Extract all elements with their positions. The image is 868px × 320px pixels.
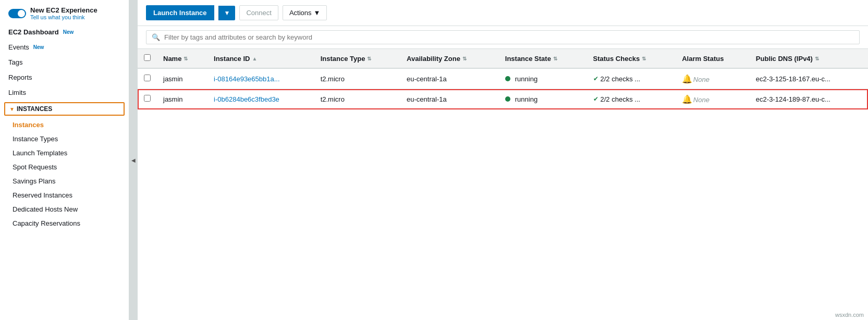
toolbar: Launch Instance ▼ Connect Actions ▼ — [138, 0, 868, 26]
sidebar-brand: New EC2 Experience Tell us what you thin… — [30, 6, 97, 20]
sidebar-item-instances[interactable]: Instances — [0, 118, 129, 132]
row2-checks-label: 2/2 checks ... — [601, 95, 641, 103]
row1-alarm-label: None — [693, 76, 710, 83]
col-instance-type-label: Instance Type — [321, 55, 365, 63]
dedicated-hosts-badge: New — [64, 205, 78, 213]
col-status-checks-sort-icon: ⇅ — [642, 56, 646, 61]
search-input[interactable] — [164, 33, 854, 41]
row2-check-icon: ✔ — [593, 95, 598, 103]
row2-az: eu-central-1a — [400, 89, 499, 109]
row1-az: eu-central-1a — [400, 68, 499, 89]
launch-instance-button[interactable]: Launch Instance — [146, 5, 214, 20]
reports-label: Reports — [8, 73, 32, 81]
content-area: Launch Instance ▼ Connect Actions ▼ 🔍 — [138, 0, 868, 320]
row1-instance-state: running — [499, 68, 587, 89]
table-row[interactable]: jasmin i-08164e93e65bb1a... t2.micro eu-… — [138, 68, 868, 89]
connect-button: Connect — [239, 5, 278, 20]
col-header-instance-type[interactable]: Instance Type ⇅ — [314, 49, 400, 68]
row1-check-icon: ✔ — [593, 75, 598, 82]
col-header-availability-zone[interactable]: Availability Zone ⇅ — [400, 49, 499, 68]
row1-public-dns: ec2-3-125-18-167.eu-c... — [750, 68, 868, 89]
col-instance-type-sort-icon: ⇅ — [367, 56, 371, 61]
actions-chevron-icon: ▼ — [314, 9, 321, 17]
sidebar-item-capacity-reservations[interactable]: Capacity Reservations — [0, 216, 129, 230]
col-instance-id-label: Instance ID — [214, 55, 250, 63]
col-public-dns-sort-icon: ⇅ — [815, 56, 819, 61]
sidebar-header: New EC2 Experience Tell us what you thin… — [0, 0, 129, 24]
col-header-instance-state[interactable]: Instance State ⇅ — [499, 49, 587, 68]
instances-section-label: INSTANCES — [17, 105, 52, 113]
sidebar-item-events[interactable]: Events New — [0, 40, 129, 55]
dedicated-hosts-label: Dedicated Hosts — [13, 205, 62, 213]
tags-label: Tags — [8, 58, 22, 66]
savings-plans-label: Savings Plans — [13, 177, 55, 185]
capacity-reservations-label: Capacity Reservations — [13, 219, 80, 227]
col-az-sort-icon: ⇅ — [462, 56, 467, 61]
sidebar-item-ec2dashboard[interactable]: EC2 Dashboard New — [0, 24, 129, 40]
instances-table: Name ⇅ Instance ID ▲ Ins — [138, 49, 868, 109]
select-all-checkbox-cell[interactable] — [138, 49, 157, 68]
row1-instance-type: t2.micro — [314, 68, 400, 89]
row2-checkbox-cell[interactable] — [138, 89, 157, 109]
col-az-label: Availability Zone — [407, 55, 460, 63]
row1-alarm-status: 🔔 None — [676, 68, 750, 89]
row2-checkbox[interactable] — [144, 95, 151, 102]
row2-status-checks: ✔ 2/2 checks ... — [587, 89, 676, 109]
sidebar-item-tags[interactable]: Tags — [0, 55, 129, 70]
col-instance-state-label: Instance State — [505, 55, 551, 63]
col-instance-state-sort-icon: ⇅ — [553, 56, 557, 61]
table-body: jasmin i-08164e93e65bb1a... t2.micro eu-… — [138, 68, 868, 109]
select-all-checkbox[interactable] — [144, 54, 151, 61]
col-header-name[interactable]: Name ⇅ — [157, 49, 207, 68]
launch-instance-dropdown-button[interactable]: ▼ — [218, 6, 236, 20]
limits-label: Limits — [8, 89, 26, 96]
search-icon: 🔍 — [152, 33, 160, 41]
col-public-dns-label: Public DNS (IPv4) — [756, 55, 813, 63]
ec2dashboard-badge: New — [63, 29, 74, 35]
sidebar-item-limits[interactable]: Limits — [0, 85, 129, 100]
sidebar: New EC2 Experience Tell us what you thin… — [0, 0, 129, 320]
col-header-instance-id[interactable]: Instance ID ▲ — [207, 49, 314, 68]
brand-title: New EC2 Experience — [30, 6, 97, 14]
table-row[interactable]: jasmin i-0b6284be6c3fbed3e t2.micro eu-c… — [138, 89, 868, 109]
sidebar-item-reports[interactable]: Reports — [0, 70, 129, 85]
row1-checkbox-cell[interactable] — [138, 68, 157, 89]
sidebar-item-dedicated-hosts[interactable]: Dedicated Hosts New — [0, 202, 129, 216]
row1-alarm-bell-icon: 🔔 — [682, 74, 691, 83]
brand-link[interactable]: Tell us what you think — [30, 14, 97, 20]
row2-state-label: running — [515, 95, 537, 103]
sidebar-collapse-button[interactable]: ◀ — [129, 0, 138, 320]
row2-name: jasmin — [157, 89, 207, 109]
sidebar-item-instance-types[interactable]: Instance Types — [0, 132, 129, 146]
ec2dashboard-label: EC2 Dashboard — [8, 28, 59, 36]
sidebar-item-savings-plans[interactable]: Savings Plans — [0, 174, 129, 188]
sidebar-item-reserved-instances[interactable]: Reserved Instances — [0, 188, 129, 202]
row1-name: jasmin — [157, 68, 207, 89]
instances-triangle-icon: ▼ — [9, 106, 15, 112]
row2-public-dns: ec2-3-124-189-87.eu-c... — [750, 89, 868, 109]
sidebar-item-spot-requests[interactable]: Spot Requests — [0, 160, 129, 174]
spot-requests-label: Spot Requests — [13, 163, 57, 171]
search-bar: 🔍 — [138, 26, 868, 49]
search-input-wrapper: 🔍 — [146, 30, 860, 44]
actions-button[interactable]: Actions ▼ — [283, 5, 327, 20]
row1-state-dot — [505, 76, 510, 81]
new-experience-toggle[interactable] — [8, 9, 26, 18]
instances-section-header: ▼ INSTANCES — [4, 102, 125, 116]
row1-instance-id: i-08164e93e65bb1a... — [207, 68, 314, 89]
row2-instance-type: t2.micro — [314, 89, 400, 109]
col-header-alarm-status[interactable]: Alarm Status — [676, 49, 750, 68]
sidebar-item-launch-templates[interactable]: Launch Templates — [0, 146, 129, 160]
row1-checkbox[interactable] — [144, 75, 151, 81]
table-header-row: Name ⇅ Instance ID ▲ Ins — [138, 49, 868, 68]
row2-instance-id-link[interactable]: i-0b6284be6c3fbed3e — [214, 95, 279, 103]
row1-instance-id-link[interactable]: i-08164e93e65bb1a... — [214, 75, 280, 83]
col-header-status-checks[interactable]: Status Checks ⇅ — [587, 49, 676, 68]
instances-label: Instances — [13, 121, 44, 129]
launch-templates-label: Launch Templates — [13, 149, 67, 157]
watermark: wsxdn.com — [835, 312, 864, 318]
row2-state-dot — [505, 96, 510, 102]
col-header-public-dns[interactable]: Public DNS (IPv4) ⇅ — [750, 49, 868, 68]
row2-alarm-label: None — [693, 96, 710, 104]
events-badge: New — [33, 44, 44, 50]
